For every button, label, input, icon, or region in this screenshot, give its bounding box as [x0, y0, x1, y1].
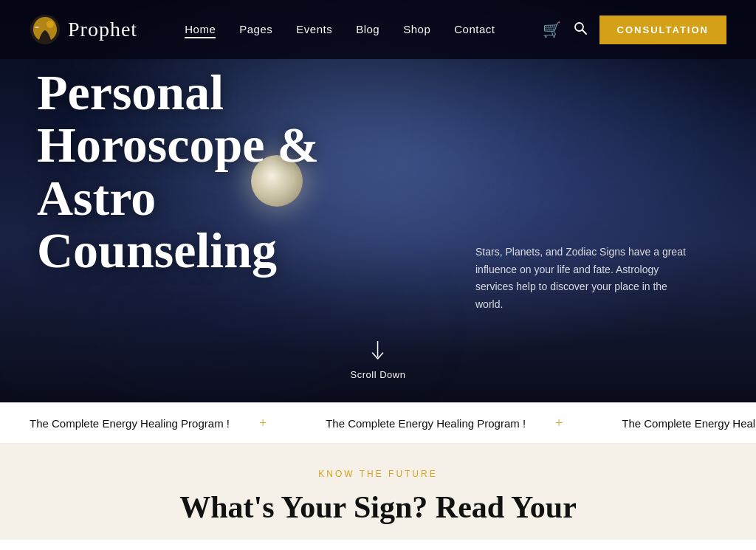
svg-point-1: [47, 21, 54, 28]
nav-right: 🛒 CONSULTATION: [543, 16, 726, 44]
svg-point-2: [575, 23, 583, 31]
ticker-item-2: The Complete Energy Healing Program !: [296, 417, 555, 430]
eyebrow-text: KNOW THE FUTURE: [318, 469, 437, 479]
cart-button[interactable]: 🛒: [543, 21, 561, 38]
logo-link[interactable]: Prophet: [30, 14, 137, 45]
ticker-plus-1: +: [259, 416, 267, 431]
hero-subtitle: Stars, Planets, and Zodiac Signs have a …: [475, 244, 697, 314]
logo-text: Prophet: [68, 18, 137, 41]
scroll-arrow-icon: [370, 341, 386, 363]
ticker-strip: The Complete Energy Healing Program ! + …: [0, 402, 756, 444]
navbar: Prophet Home Pages Events Blog Shop Cont…: [0, 0, 756, 59]
ticker-item-1: The Complete Energy Healing Program !: [0, 417, 259, 430]
nav-item-home[interactable]: Home: [185, 23, 216, 38]
nav-item-blog[interactable]: Blog: [356, 23, 379, 35]
nav-item-pages[interactable]: Pages: [239, 23, 272, 35]
hero-content: Personal Horoscope & Astro Counseling St…: [0, 0, 756, 402]
logo-icon: [30, 14, 61, 45]
ticker-plus-2: +: [555, 416, 563, 431]
know-future-section: KNOW THE FUTURE What's Your Sign? Read Y…: [0, 444, 756, 540]
hero-title: Personal Horoscope & Astro Counseling: [37, 66, 362, 278]
hero-section: Personal Horoscope & Astro Counseling St…: [0, 0, 756, 402]
search-button[interactable]: [573, 21, 588, 39]
consultation-button[interactable]: CONSULTATION: [599, 16, 726, 44]
nav-item-shop[interactable]: Shop: [403, 23, 430, 35]
scroll-down-label: Scroll Down: [351, 369, 406, 380]
nav-item-events[interactable]: Events: [296, 23, 332, 35]
ticker-item-3: The Complete Energy Healing Program !: [592, 417, 756, 430]
nav-links: Home Pages Events Blog Shop Contact: [185, 23, 495, 36]
search-icon: [573, 21, 588, 35]
nav-item-contact[interactable]: Contact: [454, 23, 495, 35]
section-title: What's Your Sign? Read Your: [179, 489, 577, 525]
svg-line-3: [583, 30, 586, 34]
ticker-inner: The Complete Energy Healing Program ! + …: [0, 416, 756, 431]
scroll-down-button[interactable]: Scroll Down: [351, 341, 406, 380]
